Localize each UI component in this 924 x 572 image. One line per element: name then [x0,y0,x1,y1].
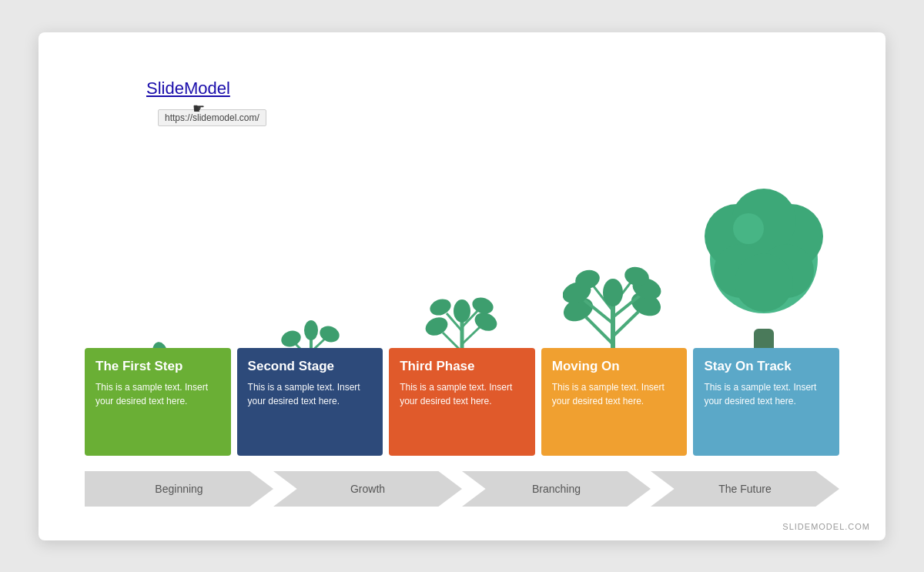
card-2-text: This is a sample text. Insert your desir… [248,380,373,408]
arrow-growth: Growth [273,471,462,507]
svg-line-11 [462,327,480,344]
card-4-text: This is a sample text. Insert your desir… [552,380,677,408]
slide-container: SlideModel https://slidemodel.com/ ☛ [38,32,886,540]
svg-point-40 [733,213,764,244]
card-stay-on-track: Stay On Track This is a sample text. Ins… [693,348,839,456]
svg-point-4 [280,328,303,350]
svg-marker-43 [462,471,651,507]
cursor-icon: ☛ [192,100,205,117]
svg-marker-41 [85,471,273,507]
card-1-text: This is a sample text. Insert your desir… [95,380,220,408]
svg-point-17 [454,299,470,323]
card-first-step: The First Step This is a sample text. In… [85,348,231,456]
url-tooltip: https://slidemodel.com/ [158,109,266,126]
arrow-beginning: Beginning [85,471,273,507]
card-2-title: Second Stage [248,359,373,374]
card-5-title: Stay On Track [704,359,829,374]
arrows-area: Beginning Growth Branching The Future [85,471,839,507]
arrow-future: The Future [651,471,839,507]
card-third-phase: Third Phase This is a sample text. Inser… [389,348,535,456]
watermark: SLIDEMODEL.COM [782,522,870,531]
svg-point-39 [735,253,793,312]
svg-point-7 [304,320,318,340]
card-1-title: The First Step [95,359,220,374]
logo-link[interactable]: SlideModel [146,79,230,99]
logo-text: SlideModel [146,79,230,98]
arrow-branching: Branching [462,471,651,507]
svg-point-31 [603,279,623,306]
card-moving-on: Moving On This is a sample text. Insert … [541,348,688,456]
svg-marker-44 [651,471,839,507]
card-second-stage: Second Stage This is a sample text. Inse… [237,348,383,456]
card-3-title: Third Phase [400,359,524,374]
cards-area: The First Step This is a sample text. In… [85,348,839,456]
card-3-text: This is a sample text. Insert your desir… [400,380,524,408]
card-5-text: This is a sample text. Insert your desir… [704,380,829,408]
svg-marker-42 [273,471,462,507]
card-4-title: Moving On [552,359,677,374]
